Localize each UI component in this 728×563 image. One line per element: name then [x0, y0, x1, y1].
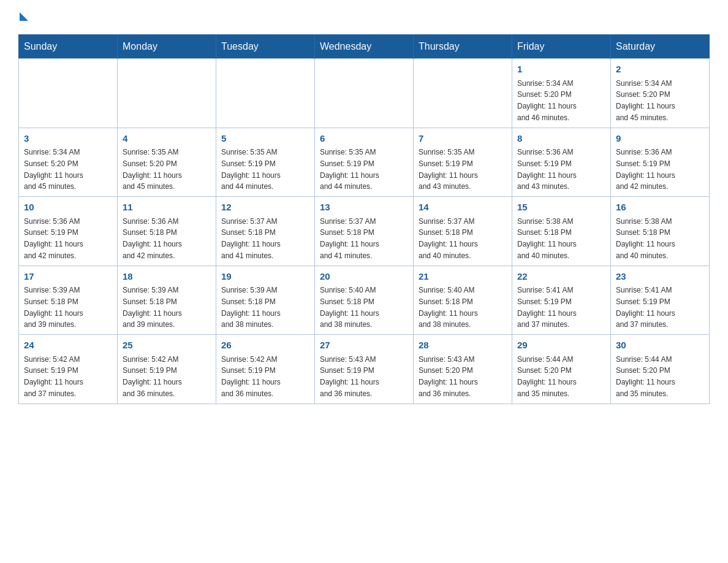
day-info: Sunrise: 5:40 AM Sunset: 5:18 PM Dayligh… [320, 286, 379, 329]
day-info: Sunrise: 5:42 AM Sunset: 5:19 PM Dayligh… [24, 355, 83, 398]
day-number: 4 [123, 132, 211, 146]
day-info: Sunrise: 5:38 AM Sunset: 5:18 PM Dayligh… [517, 217, 577, 260]
day-info: Sunrise: 5:41 AM Sunset: 5:19 PM Dayligh… [517, 286, 577, 329]
day-info: Sunrise: 5:44 AM Sunset: 5:20 PM Dayligh… [517, 355, 577, 398]
day-info: Sunrise: 5:43 AM Sunset: 5:19 PM Dayligh… [320, 355, 379, 398]
header-thursday: Thursday [414, 35, 512, 59]
calendar-cell: 27Sunrise: 5:43 AM Sunset: 5:19 PM Dayli… [315, 335, 414, 404]
calendar-cell: 5Sunrise: 5:35 AM Sunset: 5:19 PM Daylig… [216, 128, 315, 197]
day-number: 22 [517, 270, 605, 284]
calendar-cell: 17Sunrise: 5:39 AM Sunset: 5:18 PM Dayli… [19, 266, 118, 335]
day-number: 15 [517, 201, 605, 215]
day-info: Sunrise: 5:35 AM Sunset: 5:19 PM Dayligh… [419, 148, 478, 191]
calendar-cell: 13Sunrise: 5:37 AM Sunset: 5:18 PM Dayli… [315, 197, 414, 266]
calendar-cell: 15Sunrise: 5:38 AM Sunset: 5:18 PM Dayli… [512, 197, 611, 266]
day-number: 21 [419, 270, 507, 284]
day-number: 5 [221, 132, 309, 146]
day-info: Sunrise: 5:35 AM Sunset: 5:19 PM Dayligh… [320, 148, 379, 191]
calendar-cell: 9Sunrise: 5:36 AM Sunset: 5:19 PM Daylig… [611, 128, 710, 197]
calendar-cell: 21Sunrise: 5:40 AM Sunset: 5:18 PM Dayli… [414, 266, 512, 335]
day-info: Sunrise: 5:37 AM Sunset: 5:18 PM Dayligh… [221, 217, 281, 260]
day-number: 26 [221, 339, 309, 353]
day-info: Sunrise: 5:34 AM Sunset: 5:20 PM Dayligh… [517, 79, 577, 122]
page-header [18, 12, 710, 25]
day-info: Sunrise: 5:39 AM Sunset: 5:18 PM Dayligh… [123, 286, 182, 329]
calendar-cell [414, 59, 512, 128]
day-number: 23 [616, 270, 704, 284]
calendar-cell: 28Sunrise: 5:43 AM Sunset: 5:20 PM Dayli… [414, 335, 512, 404]
calendar-header-row: SundayMondayTuesdayWednesdayThursdayFrid… [19, 35, 710, 59]
calendar-cell: 7Sunrise: 5:35 AM Sunset: 5:19 PM Daylig… [414, 128, 512, 197]
calendar-week-row: 10Sunrise: 5:36 AM Sunset: 5:19 PM Dayli… [19, 197, 710, 266]
day-info: Sunrise: 5:37 AM Sunset: 5:18 PM Dayligh… [419, 217, 478, 260]
logo [18, 12, 28, 25]
calendar-cell: 30Sunrise: 5:44 AM Sunset: 5:20 PM Dayli… [611, 335, 710, 404]
day-number: 12 [221, 201, 309, 215]
day-number: 11 [123, 201, 211, 215]
calendar-cell: 14Sunrise: 5:37 AM Sunset: 5:18 PM Dayli… [414, 197, 512, 266]
day-info: Sunrise: 5:36 AM Sunset: 5:18 PM Dayligh… [123, 217, 182, 260]
day-info: Sunrise: 5:39 AM Sunset: 5:18 PM Dayligh… [221, 286, 281, 329]
calendar-cell: 26Sunrise: 5:42 AM Sunset: 5:19 PM Dayli… [216, 335, 315, 404]
calendar-cell: 29Sunrise: 5:44 AM Sunset: 5:20 PM Dayli… [512, 335, 611, 404]
calendar-cell: 22Sunrise: 5:41 AM Sunset: 5:19 PM Dayli… [512, 266, 611, 335]
day-info: Sunrise: 5:41 AM Sunset: 5:19 PM Dayligh… [616, 286, 675, 329]
day-info: Sunrise: 5:42 AM Sunset: 5:19 PM Dayligh… [123, 355, 182, 398]
day-number: 19 [221, 270, 309, 284]
day-info: Sunrise: 5:42 AM Sunset: 5:19 PM Dayligh… [221, 355, 281, 398]
day-info: Sunrise: 5:36 AM Sunset: 5:19 PM Dayligh… [517, 148, 577, 191]
day-info: Sunrise: 5:38 AM Sunset: 5:18 PM Dayligh… [616, 217, 675, 260]
calendar-cell: 20Sunrise: 5:40 AM Sunset: 5:18 PM Dayli… [315, 266, 414, 335]
day-number: 24 [24, 339, 112, 353]
calendar-cell: 3Sunrise: 5:34 AM Sunset: 5:20 PM Daylig… [19, 128, 118, 197]
calendar-week-row: 17Sunrise: 5:39 AM Sunset: 5:18 PM Dayli… [19, 266, 710, 335]
calendar-cell: 25Sunrise: 5:42 AM Sunset: 5:19 PM Dayli… [118, 335, 216, 404]
day-info: Sunrise: 5:35 AM Sunset: 5:20 PM Dayligh… [123, 148, 182, 191]
day-number: 30 [616, 339, 704, 353]
day-number: 7 [419, 132, 507, 146]
day-number: 29 [517, 339, 605, 353]
day-number: 2 [616, 63, 704, 77]
calendar-cell: 19Sunrise: 5:39 AM Sunset: 5:18 PM Dayli… [216, 266, 315, 335]
header-wednesday: Wednesday [315, 35, 414, 59]
day-info: Sunrise: 5:37 AM Sunset: 5:18 PM Dayligh… [320, 217, 379, 260]
day-info: Sunrise: 5:43 AM Sunset: 5:20 PM Dayligh… [419, 355, 478, 398]
day-number: 6 [320, 132, 408, 146]
calendar-cell: 12Sunrise: 5:37 AM Sunset: 5:18 PM Dayli… [216, 197, 315, 266]
calendar-cell [216, 59, 315, 128]
header-saturday: Saturday [611, 35, 710, 59]
day-number: 16 [616, 201, 704, 215]
header-sunday: Sunday [19, 35, 118, 59]
calendar-cell [315, 59, 414, 128]
calendar-week-row: 24Sunrise: 5:42 AM Sunset: 5:19 PM Dayli… [19, 335, 710, 404]
calendar-cell: 6Sunrise: 5:35 AM Sunset: 5:19 PM Daylig… [315, 128, 414, 197]
day-info: Sunrise: 5:36 AM Sunset: 5:19 PM Dayligh… [616, 148, 675, 191]
day-info: Sunrise: 5:40 AM Sunset: 5:18 PM Dayligh… [419, 286, 478, 329]
day-info: Sunrise: 5:39 AM Sunset: 5:18 PM Dayligh… [24, 286, 83, 329]
day-info: Sunrise: 5:34 AM Sunset: 5:20 PM Dayligh… [616, 79, 675, 122]
calendar-cell: 4Sunrise: 5:35 AM Sunset: 5:20 PM Daylig… [118, 128, 216, 197]
calendar-cell: 10Sunrise: 5:36 AM Sunset: 5:19 PM Dayli… [19, 197, 118, 266]
day-number: 9 [616, 132, 704, 146]
day-info: Sunrise: 5:34 AM Sunset: 5:20 PM Dayligh… [24, 148, 83, 191]
calendar-cell: 23Sunrise: 5:41 AM Sunset: 5:19 PM Dayli… [611, 266, 710, 335]
calendar-table: SundayMondayTuesdayWednesdayThursdayFrid… [18, 34, 710, 404]
calendar-week-row: 1Sunrise: 5:34 AM Sunset: 5:20 PM Daylig… [19, 59, 710, 128]
calendar-cell: 18Sunrise: 5:39 AM Sunset: 5:18 PM Dayli… [118, 266, 216, 335]
day-number: 28 [419, 339, 507, 353]
header-friday: Friday [512, 35, 611, 59]
day-number: 25 [123, 339, 211, 353]
calendar-week-row: 3Sunrise: 5:34 AM Sunset: 5:20 PM Daylig… [19, 128, 710, 197]
day-info: Sunrise: 5:44 AM Sunset: 5:20 PM Dayligh… [616, 355, 675, 398]
day-number: 1 [517, 63, 605, 77]
calendar-cell: 8Sunrise: 5:36 AM Sunset: 5:19 PM Daylig… [512, 128, 611, 197]
calendar-cell: 16Sunrise: 5:38 AM Sunset: 5:18 PM Dayli… [611, 197, 710, 266]
day-number: 8 [517, 132, 605, 146]
logo-triangle-icon [20, 12, 28, 21]
day-number: 20 [320, 270, 408, 284]
header-monday: Monday [118, 35, 216, 59]
calendar-cell: 24Sunrise: 5:42 AM Sunset: 5:19 PM Dayli… [19, 335, 118, 404]
day-number: 17 [24, 270, 112, 284]
day-info: Sunrise: 5:36 AM Sunset: 5:19 PM Dayligh… [24, 217, 83, 260]
day-number: 10 [24, 201, 112, 215]
